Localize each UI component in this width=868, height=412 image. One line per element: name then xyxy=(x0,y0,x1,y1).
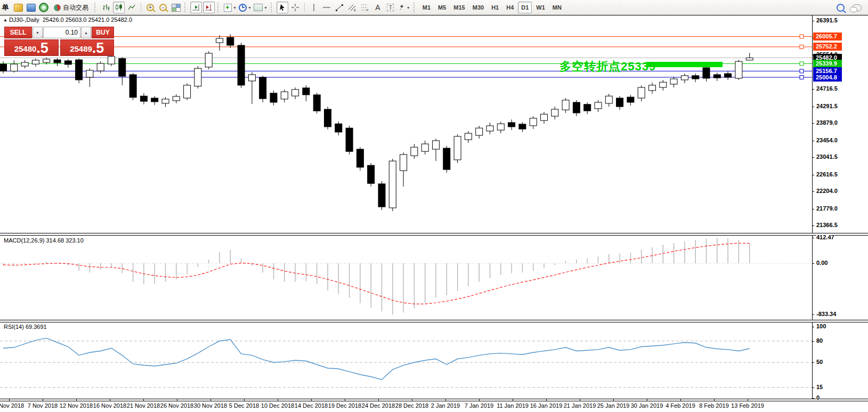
crosshair-icon[interactable] xyxy=(289,2,301,13)
axis-tick-label: 24291.5 xyxy=(816,103,838,109)
timeframe-group: M1M5M15M30H1H4D1W1MN xyxy=(419,2,565,13)
autotrading-label: 自动交易 xyxy=(63,3,88,12)
chart-shift-icon[interactable] xyxy=(203,2,215,13)
date-label: 24 Dec 2018 xyxy=(362,402,395,409)
date-axis[interactable]: 2 Nov 20187 Nov 201812 Nov 201816 Nov 20… xyxy=(0,400,868,412)
terminal-window-icon xyxy=(27,4,36,12)
buy-price-fraction: .5 xyxy=(92,41,104,55)
highlight-box xyxy=(646,62,723,67)
axis-tick-label: 26391.5 xyxy=(816,17,838,23)
date-label: 2 Jan 2019 xyxy=(431,402,460,409)
autotrading-button[interactable]: 自动交易 xyxy=(51,2,92,13)
chevron-down-icon: ▼ xyxy=(248,6,252,10)
market-watch-icon[interactable] xyxy=(12,2,24,13)
axis-tick-mark xyxy=(812,263,814,264)
auto-scroll-icon[interactable] xyxy=(190,2,202,13)
text-tool-icon[interactable]: A xyxy=(372,2,384,13)
date-tick-mark xyxy=(345,399,345,401)
sell-button[interactable]: SELL xyxy=(4,27,32,38)
terminal-icon[interactable] xyxy=(25,2,37,13)
date-label: 2 Nov 2018 xyxy=(0,402,24,409)
templates-icon[interactable]: ▼ xyxy=(253,2,268,13)
trendline-tool-icon[interactable] xyxy=(334,2,345,13)
vertical-line-tool-icon[interactable] xyxy=(308,2,320,13)
timeframe-MN[interactable]: MN xyxy=(549,2,565,13)
zoom-in-icon[interactable]: + xyxy=(144,2,156,13)
panel-splitter[interactable] xyxy=(0,233,868,236)
date-tick-mark xyxy=(278,399,278,401)
equidistant-channel-tool-icon[interactable]: E xyxy=(346,2,358,13)
axis-tick-mark xyxy=(812,225,814,226)
arrows-tool-icon[interactable]: ▼ xyxy=(398,2,411,13)
price-axis[interactable]: 26391.525972.825554.024716.524291.523879… xyxy=(812,15,868,412)
axis-tick-label: 22204.0 xyxy=(816,188,838,194)
timeframe-M15[interactable]: M15 xyxy=(450,2,468,13)
timeframe-H4[interactable]: H4 xyxy=(503,2,517,13)
candlestick-chart-icon[interactable] xyxy=(113,2,125,13)
cursor-icon[interactable] xyxy=(277,2,288,13)
volume-input[interactable] xyxy=(43,27,80,38)
date-tick-mark xyxy=(748,399,748,401)
toolbar-grip xyxy=(94,3,96,12)
axis-tick-mark xyxy=(812,175,814,175)
signals-icon[interactable] xyxy=(38,2,50,13)
indicator-plus-icon xyxy=(224,4,232,12)
axis-tick-label: 412.47 xyxy=(816,234,834,240)
zoom-out-icon[interactable]: - xyxy=(157,2,169,13)
axis-tick-mark xyxy=(812,191,814,192)
indicators-icon[interactable]: ▼ xyxy=(223,2,237,13)
bar-chart-icon[interactable] xyxy=(100,2,112,13)
timeframe-W1[interactable]: W1 xyxy=(533,2,548,13)
autotrading-status-icon xyxy=(54,4,61,11)
axis-tick-label: 23454.0 xyxy=(816,137,838,143)
axis-tick-mark xyxy=(812,157,814,158)
volume-increase-button[interactable]: ▲ xyxy=(81,27,91,38)
toolbar-grip xyxy=(217,3,220,12)
timeframe-D1[interactable]: D1 xyxy=(518,2,532,13)
main-chart[interactable] xyxy=(0,15,812,233)
panel-splitter[interactable] xyxy=(0,320,868,322)
chat-icon[interactable] xyxy=(852,4,862,11)
text-label-tool-icon[interactable]: T xyxy=(385,2,396,13)
chart-annotation-text[interactable]: 多空转折点25339 xyxy=(559,59,656,75)
search-icon[interactable] xyxy=(837,4,845,12)
date-tick-mark xyxy=(613,399,614,401)
price-badge: 25004.8 xyxy=(813,74,842,82)
macd-signal-line xyxy=(3,243,750,304)
rsi-panel[interactable] xyxy=(0,322,812,399)
date-label: 21 Jan 2019 xyxy=(564,402,596,409)
buy-button[interactable]: BUY xyxy=(92,27,114,38)
toolbar-grip xyxy=(271,3,273,12)
periods-icon[interactable]: ▼ xyxy=(238,2,252,13)
new-order-button[interactable]: 单 xyxy=(0,2,11,13)
timeframe-M30[interactable]: M30 xyxy=(469,2,487,13)
timeframe-M1[interactable]: M1 xyxy=(419,2,434,13)
date-label: 11 Jan 2019 xyxy=(497,402,529,409)
sell-price-button[interactable]: 25480.5 xyxy=(4,39,59,56)
toolbar: 单 自动交易 + - ▼ ▼ ▼ E F A T ▼ M1M5M15M30H1H… xyxy=(0,0,868,15)
buy-price-button[interactable]: 25489.5 xyxy=(60,39,115,56)
date-tick-mark xyxy=(580,399,580,401)
date-label: 30 Nov 2018 xyxy=(194,402,227,409)
macd-panel[interactable] xyxy=(0,236,812,320)
label-box-icon: T xyxy=(387,4,394,11)
toolbar-grip xyxy=(413,3,416,12)
line-chart-icon[interactable] xyxy=(126,2,137,13)
collapse-arrow-icon[interactable]: ▲ xyxy=(3,18,7,22)
axis-tick-label: 23879.0 xyxy=(816,119,838,126)
macd-histogram xyxy=(3,238,750,314)
chevron-down-icon: ▼ xyxy=(233,6,237,10)
axis-tick-mark xyxy=(812,209,814,209)
timeframe-H1[interactable]: H1 xyxy=(488,2,502,13)
axis-tick-label: -833.34 xyxy=(816,311,836,317)
date-tick-mark xyxy=(546,399,547,401)
axis-tick-mark xyxy=(812,341,814,342)
date-tick-mark xyxy=(177,399,177,401)
volume-decrease-button[interactable]: ▼ xyxy=(33,27,43,38)
date-label: 28 Dec 2018 xyxy=(395,402,428,409)
fibonacci-tool-icon[interactable]: F xyxy=(359,2,371,13)
timeframe-M5[interactable]: M5 xyxy=(435,2,449,13)
date-label: 16 Nov 2018 xyxy=(93,402,126,409)
tile-windows-icon[interactable] xyxy=(170,2,182,13)
horizontal-line-tool-icon[interactable] xyxy=(321,2,332,13)
